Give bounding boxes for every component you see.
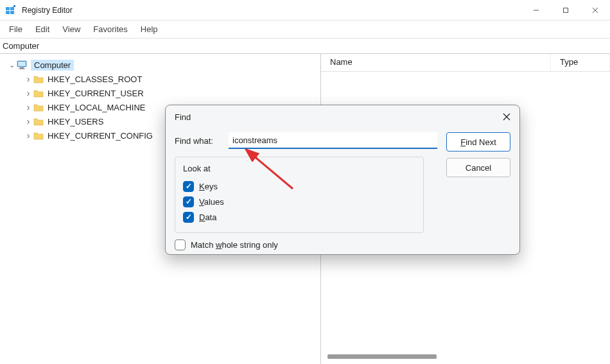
svg-rect-0	[6, 7, 10, 10]
checkbox-values-label: Values	[199, 197, 224, 207]
tree-label: HKEY_CURRENT_USER	[48, 89, 144, 98]
folder-icon	[33, 89, 44, 98]
menu-favorites[interactable]: Favorites	[87, 22, 134, 37]
window-controls	[521, 0, 610, 20]
checkbox-data-row[interactable]: Data	[183, 209, 415, 225]
tree-label: HKEY_USERS	[48, 117, 103, 126]
look-at-group: Look at Keys Values Data	[175, 157, 424, 233]
folder-icon	[33, 132, 44, 140]
svg-rect-11	[20, 67, 24, 69]
checkbox-match-whole-label: Match whole string only	[191, 240, 278, 250]
tree-label: Computer	[31, 60, 74, 71]
menu-help[interactable]: Help	[134, 22, 164, 37]
checkbox-data[interactable]	[183, 212, 194, 223]
chevron-right-icon[interactable]	[24, 88, 32, 98]
folder-icon	[33, 103, 44, 112]
window-title: Registry Editor	[22, 6, 521, 15]
find-what-label: Find what:	[175, 136, 220, 146]
dialog-title-bar[interactable]: Find	[166, 105, 519, 128]
checkbox-keys-label: Keys	[199, 182, 218, 191]
minimize-button[interactable]	[521, 0, 551, 20]
tree-node-computer[interactable]: Computer	[3, 58, 318, 72]
dialog-title: Find	[175, 112, 498, 122]
tree-label: HKEY_CLASSES_ROOT	[48, 74, 142, 84]
dialog-close-button[interactable]	[498, 108, 516, 126]
menu-bar: File Edit View Favorites Help	[0, 21, 610, 39]
svg-rect-1	[10, 7, 14, 10]
svg-rect-3	[10, 11, 14, 14]
chevron-right-icon[interactable]	[24, 130, 32, 141]
list-header: Name Type	[321, 54, 610, 72]
find-next-button[interactable]: Find Next	[446, 132, 510, 152]
close-button[interactable]	[580, 0, 610, 20]
checkbox-match-whole-row[interactable]: Match whole string only	[175, 239, 437, 250]
computer-icon	[17, 60, 27, 69]
tree-label: HKEY_LOCAL_MACHINE	[48, 103, 145, 112]
tree-node-hkcr[interactable]: HKEY_CLASSES_ROOT	[3, 72, 318, 86]
title-bar: Registry Editor	[0, 0, 610, 21]
svg-rect-6	[564, 8, 568, 12]
cancel-button[interactable]: Cancel	[446, 158, 510, 177]
checkbox-data-label: Data	[199, 212, 216, 222]
tree-node-hkcu[interactable]: HKEY_CURRENT_USER	[3, 86, 318, 100]
address-text: Computer	[3, 41, 39, 51]
look-at-label: Look at	[183, 164, 415, 173]
folder-icon	[33, 117, 44, 126]
menu-edit[interactable]: Edit	[29, 22, 56, 37]
folder-icon	[33, 75, 44, 83]
checkbox-keys[interactable]	[183, 181, 194, 192]
find-dialog: Find Find what: Look at Keys	[165, 105, 520, 255]
svg-rect-10	[18, 62, 26, 66]
address-bar[interactable]: Computer	[0, 39, 610, 54]
app-icon	[5, 4, 17, 16]
horizontal-scrollbar[interactable]	[327, 354, 604, 360]
svg-rect-4	[13, 5, 15, 7]
chevron-right-icon[interactable]	[24, 102, 32, 112]
svg-rect-12	[19, 69, 25, 69]
column-header-name[interactable]: Name	[321, 54, 551, 71]
checkbox-match-whole[interactable]	[175, 239, 186, 250]
menu-view[interactable]: View	[56, 22, 87, 37]
scrollbar-thumb[interactable]	[327, 354, 437, 359]
chevron-right-icon[interactable]	[24, 116, 32, 126]
column-header-type[interactable]: Type	[551, 54, 610, 71]
checkbox-values-row[interactable]: Values	[183, 194, 415, 209]
chevron-down-icon[interactable]	[8, 61, 15, 69]
maximize-button[interactable]	[551, 0, 580, 20]
checkbox-keys-row[interactable]: Keys	[183, 178, 415, 194]
find-what-input[interactable]	[229, 132, 437, 149]
chevron-right-icon[interactable]	[24, 74, 32, 84]
tree-label: HKEY_CURRENT_CONFIG	[48, 131, 153, 141]
checkbox-values[interactable]	[183, 196, 194, 207]
menu-file[interactable]: File	[3, 22, 29, 37]
svg-rect-2	[6, 11, 10, 14]
